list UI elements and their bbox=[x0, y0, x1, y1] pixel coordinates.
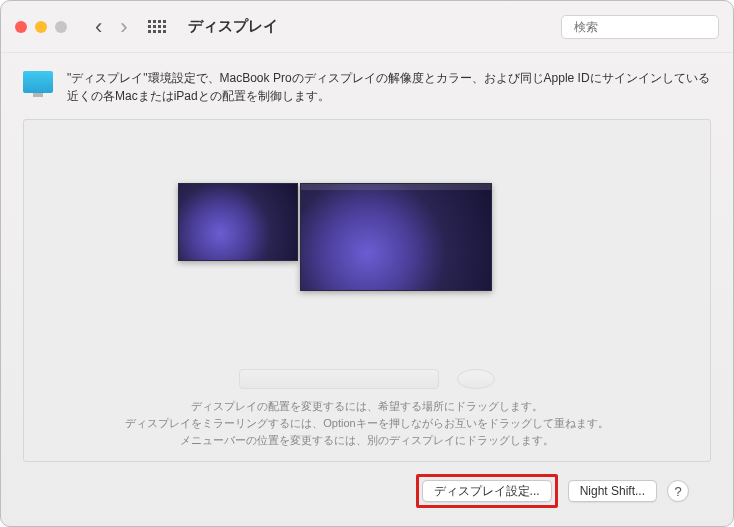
footer: ディスプレイ設定... Night Shift... ? bbox=[23, 462, 711, 508]
content-area: "ディスプレイ"環境設定で、MacBook Proのディスプレイの解像度とカラー… bbox=[1, 53, 733, 526]
nav-buttons: ‹ › bbox=[95, 16, 128, 38]
zoom-icon bbox=[55, 21, 67, 33]
menubar-strip[interactable] bbox=[301, 184, 491, 190]
search-field[interactable] bbox=[561, 15, 719, 39]
minimize-icon[interactable] bbox=[35, 21, 47, 33]
highlight-annotation: ディスプレイ設定... bbox=[416, 474, 558, 508]
help-button[interactable]: ? bbox=[667, 480, 689, 502]
system-preferences-window: ‹ › ディスプレイ "ディスプレイ"環境設定で、MacBook Proのディス… bbox=[0, 0, 734, 527]
displays-canvas bbox=[24, 120, 710, 390]
display-icon bbox=[23, 71, 53, 93]
display-thumbnail-2[interactable] bbox=[300, 183, 492, 291]
description-text: "ディスプレイ"環境設定で、MacBook Proのディスプレイの解像度とカラー… bbox=[67, 69, 711, 105]
search-input[interactable] bbox=[574, 20, 724, 34]
display-settings-button[interactable]: ディスプレイ設定... bbox=[422, 480, 552, 502]
display-thumbnail-1[interactable] bbox=[178, 183, 298, 261]
keyboard-icon bbox=[239, 369, 439, 389]
night-shift-button[interactable]: Night Shift... bbox=[568, 480, 657, 502]
hint-line-2: ディスプレイをミラーリングするには、Optionキーを押しながらお互いをドラッグ… bbox=[24, 415, 710, 432]
toolbar: ‹ › ディスプレイ bbox=[1, 1, 733, 53]
hint-line-3: メニューバーの位置を変更するには、別のディスプレイにドラッグします。 bbox=[24, 432, 710, 449]
mouse-icon bbox=[457, 369, 495, 389]
arrangement-hints: ディスプレイの配置を変更するには、希望する場所にドラッグします。 ディスプレイを… bbox=[24, 390, 710, 461]
window-title: ディスプレイ bbox=[188, 17, 278, 36]
close-icon[interactable] bbox=[15, 21, 27, 33]
back-icon[interactable]: ‹ bbox=[95, 16, 102, 38]
description-row: "ディスプレイ"環境設定で、MacBook Proのディスプレイの解像度とカラー… bbox=[23, 69, 711, 105]
hint-line-1: ディスプレイの配置を変更するには、希望する場所にドラッグします。 bbox=[24, 398, 710, 415]
forward-icon: › bbox=[120, 16, 127, 38]
traffic-lights bbox=[15, 21, 67, 33]
display-arrangement-area: ディスプレイの配置を変更するには、希望する場所にドラッグします。 ディスプレイを… bbox=[23, 119, 711, 462]
show-all-icon[interactable] bbox=[148, 20, 166, 33]
keyboard-mouse-graphic bbox=[239, 369, 495, 389]
